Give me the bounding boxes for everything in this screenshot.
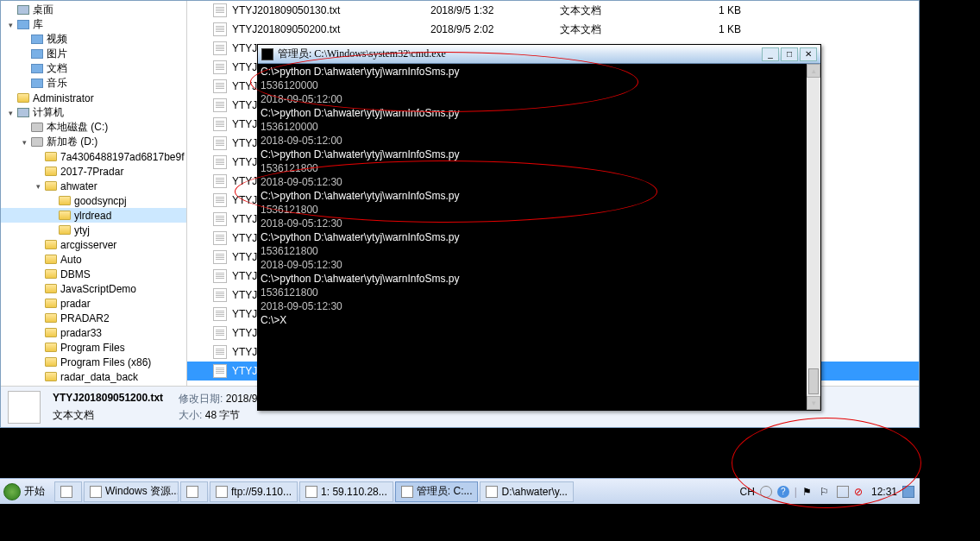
taskbar-button[interactable] — [180, 481, 208, 502]
tray-icon[interactable] — [760, 486, 772, 498]
folder-icon — [44, 254, 58, 266]
minimize-button[interactable]: _ — [762, 47, 779, 61]
tree-item[interactable]: ▾库 — [1, 17, 186, 32]
tree-item[interactable]: arcgisserver — [1, 237, 186, 252]
tree-item[interactable]: ytyj — [1, 223, 186, 237]
scroll-up-button[interactable]: ▴ — [807, 64, 820, 78]
tray-monitor-icon[interactable] — [837, 486, 849, 498]
tree-item[interactable]: goodsyncpj — [1, 193, 186, 208]
lib-icon — [30, 48, 44, 60]
tree-item[interactable]: DBMS — [1, 267, 186, 281]
tray-flag-icon[interactable]: ⚐ — [820, 486, 832, 498]
txt-file-icon — [213, 193, 227, 207]
tree-item[interactable]: ▾新加卷 (D:) — [1, 135, 186, 149]
cmd-titlebar[interactable]: 管理员: C:\Windows\system32\cmd.exe _ □ ✕ — [258, 45, 820, 64]
tree-item-label: 桌面 — [33, 3, 53, 17]
tray-clock[interactable]: 12:31 — [871, 486, 897, 498]
tree-item[interactable]: Program Files (x86) — [1, 355, 186, 369]
folder-icon — [44, 356, 58, 368]
start-button[interactable]: 开始 — [0, 480, 53, 504]
cmd-output[interactable]: C:\>python D:\ahwater\ytyj\warnInfoSms.p… — [258, 64, 820, 410]
cmd-window[interactable]: 管理员: C:\Windows\system32\cmd.exe _ □ ✕ C… — [257, 44, 821, 411]
taskbar-button-label: Windows 资源... — [105, 484, 179, 499]
tree-item[interactable]: pradar — [1, 296, 186, 311]
taskbar-button[interactable] — [54, 481, 82, 502]
tree-item[interactable]: ▾ahwater — [1, 179, 186, 193]
taskbar-button-label: ftp://59.110... — [231, 486, 292, 498]
cmd-line: C:\>X — [261, 313, 818, 327]
tree-item[interactable]: PRADAR2 — [1, 311, 186, 325]
language-indicator[interactable]: CH — [740, 486, 755, 498]
tree-item-label: pradar33 — [60, 327, 102, 339]
tree-item[interactable]: 图片 — [1, 47, 186, 61]
txt-file-icon — [213, 231, 227, 245]
cmd-title-text: 管理员: C:\Windows\system32\cmd.exe — [278, 47, 762, 61]
txt-file-icon — [213, 41, 227, 55]
tree-item-label: 音乐 — [47, 76, 67, 91]
tray-show-desktop[interactable] — [902, 486, 914, 498]
txt-file-icon — [213, 269, 227, 283]
tree-item[interactable]: Program Files — [1, 340, 186, 355]
tree-item[interactable]: Auto — [1, 252, 186, 267]
tree-item[interactable]: 7a4306488197ad6817be9f — [1, 149, 186, 164]
txt-file-icon — [213, 79, 227, 93]
taskbar-button[interactable]: ftp://59.110... — [210, 481, 298, 502]
cmd-line: 1536121800 — [261, 244, 818, 258]
tree-item[interactable]: Administrator — [1, 91, 186, 105]
folder-icon — [44, 151, 58, 163]
tray-error-icon[interactable]: ⊘ — [854, 486, 866, 498]
tray-help-icon[interactable]: ? — [777, 486, 789, 498]
maximize-button[interactable]: □ — [781, 47, 798, 61]
scroll-thumb[interactable] — [808, 368, 819, 394]
folder-icon — [44, 327, 58, 339]
taskbar-button-label: D:\ahwater\y... — [501, 486, 567, 498]
folder-icon — [44, 166, 58, 178]
file-date: 2018/9/5 2:02 — [430, 23, 560, 35]
folder-icon — [44, 298, 58, 310]
tree-item-label: 视频 — [47, 32, 67, 47]
app-icon — [486, 486, 498, 498]
tree-item[interactable]: radar_data_back — [1, 369, 186, 384]
file-name: YTYJ201809050130.txt — [232, 4, 430, 16]
tree-item[interactable]: 音乐 — [1, 76, 186, 91]
tree-arrow-icon[interactable]: ▾ — [18, 138, 30, 147]
taskbar-button[interactable]: Windows 资源... — [84, 481, 179, 502]
cmd-scrollbar[interactable]: ▴ ▾ — [807, 64, 820, 410]
taskbar-button[interactable]: 1: 59.110.28... — [299, 481, 393, 502]
file-row[interactable]: YTYJ201809050130.txt2018/9/5 1:32文本文档1 K… — [187, 1, 919, 20]
folder-icon — [44, 342, 58, 354]
tree-item[interactable]: 本地磁盘 (C:) — [1, 120, 186, 135]
file-name: YTYJ201809050200.txt — [232, 23, 430, 35]
folder-tree[interactable]: 桌面▾库视频图片文档音乐Administrator▾计算机本地磁盘 (C:)▾新… — [1, 1, 187, 386]
tree-item-label: Administrator — [33, 92, 94, 104]
taskbar-button[interactable]: D:\ahwater\y... — [480, 481, 573, 502]
taskbar-button-label: 1: 59.110.28... — [321, 486, 387, 498]
tree-arrow-icon[interactable]: ▾ — [4, 21, 16, 29]
tree-item[interactable]: 视频 — [1, 32, 186, 47]
scroll-down-button[interactable]: ▾ — [807, 396, 820, 410]
cmd-icon — [261, 48, 273, 60]
tray-network-icon[interactable]: ⚑ — [802, 486, 814, 498]
tree-item[interactable]: 桌面 — [1, 3, 186, 17]
close-button[interactable]: ✕ — [800, 47, 817, 61]
app-icon — [305, 486, 317, 498]
tree-item[interactable]: 文档 — [1, 61, 186, 76]
tree-item-label: 新加卷 (D:) — [47, 135, 97, 149]
tree-arrow-icon[interactable]: ▾ — [4, 109, 16, 117]
app-icon — [216, 486, 228, 498]
taskbar-button[interactable]: 管理员: C:... — [395, 481, 479, 502]
file-row[interactable]: YTYJ201809050200.txt2018/9/5 2:02文本文档1 K… — [187, 20, 919, 39]
txt-file-icon — [213, 136, 227, 150]
tree-arrow-icon[interactable]: ▾ — [32, 182, 44, 191]
tree-item[interactable]: ▾计算机 — [1, 105, 186, 120]
system-tray[interactable]: CH ? | ⚑ ⚐ ⊘ 12:31 — [735, 486, 920, 498]
cmd-line: 2018-09-05:12:30 — [261, 299, 818, 313]
tree-item[interactable]: 2017-7Pradar — [1, 164, 186, 179]
tree-item[interactable]: JavaScriptDemo — [1, 281, 186, 296]
file-type: 文本文档 — [560, 22, 689, 37]
tree-item-label: arcgisserver — [60, 239, 116, 251]
tree-item[interactable]: pradar33 — [1, 325, 186, 340]
txt-file-icon — [213, 288, 227, 302]
tree-item[interactable]: ylrdread — [1, 208, 186, 223]
cmd-line: 2018-09-05:12:30 — [261, 258, 818, 272]
